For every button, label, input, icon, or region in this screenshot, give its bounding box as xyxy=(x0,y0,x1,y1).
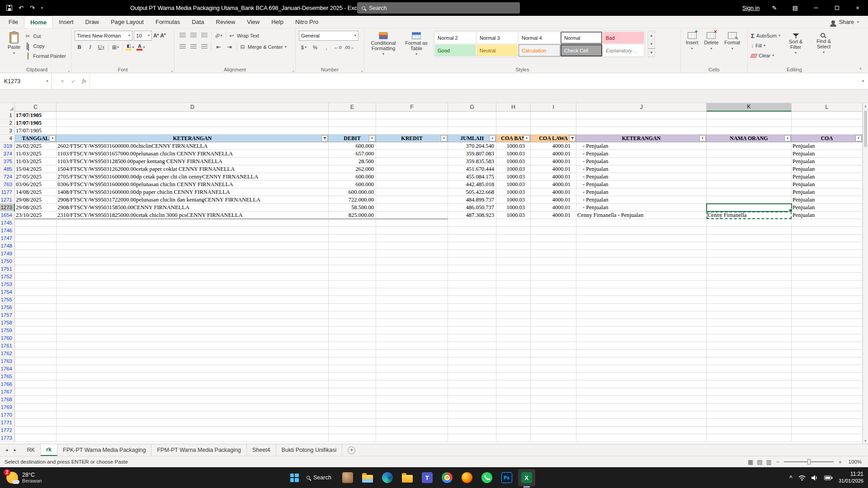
row-number[interactable]: 1761 xyxy=(0,342,15,350)
cell-F[interactable] xyxy=(376,196,448,204)
cell-C[interactable] xyxy=(15,357,57,365)
taskbar-app-teams[interactable]: T xyxy=(419,469,436,486)
cell-G[interactable]: 451.670.444 xyxy=(448,165,496,173)
sheet-tab-rk[interactable]: rk xyxy=(41,444,57,456)
row-number[interactable]: 2 xyxy=(0,119,15,127)
cell-E[interactable] xyxy=(329,350,376,357)
cell-H[interactable] xyxy=(496,434,531,442)
share-button[interactable]: Share ▾ xyxy=(831,16,868,28)
cell-G[interactable] xyxy=(448,434,496,442)
cell-K[interactable] xyxy=(707,281,792,288)
cell-L[interactable]: Penjualan xyxy=(792,188,863,196)
cell-L[interactable] xyxy=(792,219,863,227)
cell-J[interactable] xyxy=(576,373,707,380)
cell-J[interactable] xyxy=(576,434,707,442)
cell-F[interactable] xyxy=(376,327,448,334)
cell-K[interactable] xyxy=(707,150,792,158)
cell-I[interactable]: 4000.01 xyxy=(531,142,576,150)
cell-H[interactable] xyxy=(496,235,531,242)
ribbon-tab-view[interactable]: View xyxy=(241,16,265,28)
cell-L[interactable] xyxy=(792,404,863,411)
cell-E[interactable] xyxy=(329,235,376,242)
row-number[interactable]: 485 xyxy=(0,165,15,173)
gallery-down-icon[interactable]: ▼ xyxy=(648,40,655,48)
paste-button[interactable]: Paste ▾ xyxy=(6,31,22,56)
cell-J[interactable] xyxy=(576,404,707,411)
cell-F[interactable] xyxy=(376,250,448,258)
row-number[interactable]: 1758 xyxy=(0,319,15,327)
cell-D[interactable] xyxy=(57,258,329,265)
cell-H[interactable] xyxy=(496,396,531,404)
cell-C[interactable]: 17/07/1905 xyxy=(15,119,57,127)
cell-J[interactable] xyxy=(576,296,707,304)
cell-C[interactable] xyxy=(15,334,57,342)
cell-J[interactable] xyxy=(576,365,707,373)
cell-D[interactable] xyxy=(57,388,329,396)
cell-style-calculation[interactable]: Calculation xyxy=(519,44,560,56)
cell-C[interactable] xyxy=(15,281,57,288)
filter-button[interactable]: ▾ xyxy=(699,135,706,141)
cell-D[interactable] xyxy=(57,396,329,404)
column-header-J[interactable]: J xyxy=(576,103,707,112)
cell-C[interactable] xyxy=(15,350,57,357)
cell-L[interactable] xyxy=(792,388,863,396)
increase-decimal-button[interactable]: ←.0 xyxy=(333,42,343,52)
cell-C[interactable]: TANGGAL▾ xyxy=(15,135,57,142)
cell-J[interactable]: - Penjualan xyxy=(576,142,707,150)
cell-D[interactable] xyxy=(57,350,329,357)
cell-L[interactable] xyxy=(792,288,863,296)
cell-L[interactable] xyxy=(792,373,863,380)
row-number[interactable]: 1177 xyxy=(0,188,15,196)
cell-D[interactable] xyxy=(57,365,329,373)
cell-H[interactable] xyxy=(496,242,531,250)
cell-E[interactable] xyxy=(329,327,376,334)
cell-J[interactable] xyxy=(576,342,707,350)
column-header-D[interactable]: D xyxy=(57,103,329,112)
cell-F[interactable] xyxy=(376,396,448,404)
sheet-nav-left-icon[interactable]: ◄ xyxy=(5,448,9,452)
cell-C[interactable]: 17/07/1905 xyxy=(15,127,57,135)
align-left-button[interactable] xyxy=(178,42,187,52)
cell-K[interactable] xyxy=(707,327,792,334)
cut-button[interactable]: ✂Cut xyxy=(24,32,66,41)
cell-J[interactable] xyxy=(576,119,707,127)
page-break-view-icon[interactable]: ▥ xyxy=(766,459,772,465)
cell-E[interactable] xyxy=(329,281,376,288)
comma-style-button[interactable]: , xyxy=(321,42,331,52)
cell-D[interactable] xyxy=(57,434,329,442)
cell-C[interactable]: 14/08/2025 xyxy=(15,188,57,196)
cell-E[interactable] xyxy=(329,380,376,388)
cell-G[interactable] xyxy=(448,419,496,427)
cell-I[interactable]: 4000.01 xyxy=(531,173,576,181)
cell-I[interactable] xyxy=(531,380,576,388)
cell-H[interactable] xyxy=(496,342,531,350)
cell-F[interactable] xyxy=(376,419,448,427)
cell-E[interactable]: 600.000 xyxy=(329,173,376,181)
cell-G[interactable]: 442.485.018 xyxy=(448,181,496,188)
increase-font-size-button[interactable]: A▴ xyxy=(153,33,159,39)
row-number[interactable]: 1753 xyxy=(0,281,15,288)
cell-E[interactable] xyxy=(329,319,376,327)
cell-G[interactable] xyxy=(448,396,496,404)
cell-E[interactable] xyxy=(329,411,376,419)
taskbar-app-photos[interactable] xyxy=(339,469,356,486)
cell-G[interactable] xyxy=(448,265,496,273)
cell-E[interactable] xyxy=(329,357,376,365)
cell-G[interactable] xyxy=(448,365,496,373)
row-number[interactable]: 1767 xyxy=(0,388,15,396)
cell-D[interactable] xyxy=(57,327,329,334)
row-number[interactable]: 1273 xyxy=(0,204,15,211)
cell-E[interactable]: 825.000.00 xyxy=(329,211,376,219)
cell-E[interactable] xyxy=(329,296,376,304)
cell-C[interactable] xyxy=(15,411,57,419)
minimize-button[interactable] xyxy=(806,0,826,16)
cell-D[interactable] xyxy=(57,119,329,127)
cell-I[interactable] xyxy=(531,235,576,242)
cell-L[interactable] xyxy=(792,350,863,357)
cell-C[interactable] xyxy=(15,373,57,380)
cell-H[interactable] xyxy=(496,288,531,296)
cell-style-neutral[interactable]: Neutral xyxy=(476,44,518,56)
cell-H[interactable] xyxy=(496,296,531,304)
cell-G[interactable] xyxy=(448,357,496,365)
cell-K[interactable] xyxy=(707,227,792,235)
